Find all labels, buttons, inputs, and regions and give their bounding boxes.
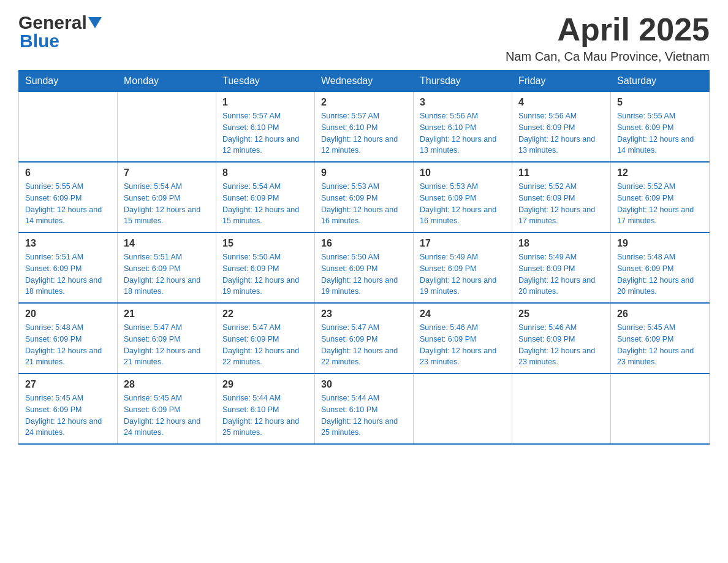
calendar-cell bbox=[611, 373, 710, 444]
page-title: April 2025 bbox=[506, 12, 710, 47]
calendar-cell: 22Sunrise: 5:47 AM Sunset: 6:09 PM Dayli… bbox=[216, 303, 315, 373]
day-number: 24 bbox=[420, 308, 506, 320]
calendar-cell: 26Sunrise: 5:45 AM Sunset: 6:09 PM Dayli… bbox=[611, 303, 710, 373]
day-info: Sunrise: 5:52 AM Sunset: 6:09 PM Dayligh… bbox=[518, 181, 604, 227]
day-number: 29 bbox=[222, 379, 308, 390]
day-info: Sunrise: 5:52 AM Sunset: 6:09 PM Dayligh… bbox=[617, 181, 703, 227]
day-info: Sunrise: 5:57 AM Sunset: 6:10 PM Dayligh… bbox=[222, 110, 308, 156]
calendar-cell: 3Sunrise: 5:56 AM Sunset: 6:10 PM Daylig… bbox=[414, 92, 512, 163]
column-header-wednesday: Wednesday bbox=[315, 71, 414, 92]
calendar-week-row: 6Sunrise: 5:55 AM Sunset: 6:09 PM Daylig… bbox=[19, 162, 710, 232]
day-info: Sunrise: 5:46 AM Sunset: 6:09 PM Dayligh… bbox=[420, 322, 506, 368]
column-header-thursday: Thursday bbox=[414, 71, 512, 92]
day-info: Sunrise: 5:45 AM Sunset: 6:09 PM Dayligh… bbox=[617, 322, 703, 368]
calendar-cell: 11Sunrise: 5:52 AM Sunset: 6:09 PM Dayli… bbox=[512, 162, 611, 232]
day-number: 30 bbox=[321, 379, 407, 390]
day-number: 12 bbox=[617, 167, 703, 178]
calendar-cell: 17Sunrise: 5:49 AM Sunset: 6:09 PM Dayli… bbox=[414, 232, 512, 303]
column-header-tuesday: Tuesday bbox=[216, 71, 315, 92]
calendar-cell: 8Sunrise: 5:54 AM Sunset: 6:09 PM Daylig… bbox=[216, 162, 315, 232]
calendar-cell: 28Sunrise: 5:45 AM Sunset: 6:09 PM Dayli… bbox=[118, 373, 216, 444]
calendar-cell: 13Sunrise: 5:51 AM Sunset: 6:09 PM Dayli… bbox=[19, 232, 118, 303]
calendar-cell: 30Sunrise: 5:44 AM Sunset: 6:10 PM Dayli… bbox=[315, 373, 414, 444]
day-info: Sunrise: 5:45 AM Sunset: 6:09 PM Dayligh… bbox=[124, 393, 210, 439]
day-number: 25 bbox=[518, 308, 604, 320]
column-header-sunday: Sunday bbox=[19, 71, 118, 92]
calendar-cell bbox=[19, 92, 118, 163]
calendar-week-row: 13Sunrise: 5:51 AM Sunset: 6:09 PM Dayli… bbox=[19, 232, 710, 303]
calendar-cell: 9Sunrise: 5:53 AM Sunset: 6:09 PM Daylig… bbox=[315, 162, 414, 232]
logo: General Blue bbox=[18, 12, 102, 52]
column-header-saturday: Saturday bbox=[611, 71, 710, 92]
day-number: 6 bbox=[25, 167, 111, 178]
day-info: Sunrise: 5:44 AM Sunset: 6:10 PM Dayligh… bbox=[321, 393, 407, 439]
day-info: Sunrise: 5:51 AM Sunset: 6:09 PM Dayligh… bbox=[124, 251, 210, 297]
day-info: Sunrise: 5:44 AM Sunset: 6:10 PM Dayligh… bbox=[222, 393, 308, 439]
column-header-friday: Friday bbox=[512, 71, 611, 92]
calendar-cell: 21Sunrise: 5:47 AM Sunset: 6:09 PM Dayli… bbox=[118, 303, 216, 373]
calendar-cell: 6Sunrise: 5:55 AM Sunset: 6:09 PM Daylig… bbox=[19, 162, 118, 232]
day-info: Sunrise: 5:48 AM Sunset: 6:09 PM Dayligh… bbox=[617, 251, 703, 297]
page-header: General Blue April 2025 Nam Can, Ca Mau … bbox=[18, 12, 710, 64]
day-number: 18 bbox=[518, 238, 604, 249]
calendar-week-row: 1Sunrise: 5:57 AM Sunset: 6:10 PM Daylig… bbox=[19, 92, 710, 163]
day-info: Sunrise: 5:56 AM Sunset: 6:10 PM Dayligh… bbox=[420, 110, 506, 156]
calendar-cell: 10Sunrise: 5:53 AM Sunset: 6:09 PM Dayli… bbox=[414, 162, 512, 232]
calendar-cell: 1Sunrise: 5:57 AM Sunset: 6:10 PM Daylig… bbox=[216, 92, 315, 163]
day-number: 17 bbox=[420, 238, 506, 249]
calendar-week-row: 20Sunrise: 5:48 AM Sunset: 6:09 PM Dayli… bbox=[19, 303, 710, 373]
day-number: 16 bbox=[321, 238, 407, 249]
day-info: Sunrise: 5:50 AM Sunset: 6:09 PM Dayligh… bbox=[321, 251, 407, 297]
day-number: 11 bbox=[518, 167, 604, 178]
day-number: 27 bbox=[25, 379, 111, 390]
day-number: 19 bbox=[617, 238, 703, 249]
day-info: Sunrise: 5:53 AM Sunset: 6:09 PM Dayligh… bbox=[321, 181, 407, 227]
calendar-cell bbox=[512, 373, 611, 444]
day-number: 3 bbox=[420, 97, 506, 108]
day-number: 21 bbox=[124, 308, 210, 320]
day-info: Sunrise: 5:53 AM Sunset: 6:09 PM Dayligh… bbox=[420, 181, 506, 227]
day-number: 23 bbox=[321, 308, 407, 320]
day-info: Sunrise: 5:49 AM Sunset: 6:09 PM Dayligh… bbox=[518, 251, 604, 297]
calendar-cell: 20Sunrise: 5:48 AM Sunset: 6:09 PM Dayli… bbox=[19, 303, 118, 373]
calendar-cell: 19Sunrise: 5:48 AM Sunset: 6:09 PM Dayli… bbox=[611, 232, 710, 303]
day-number: 28 bbox=[124, 379, 210, 390]
calendar-cell: 5Sunrise: 5:55 AM Sunset: 6:09 PM Daylig… bbox=[611, 92, 710, 163]
title-block: April 2025 Nam Can, Ca Mau Province, Vie… bbox=[506, 12, 710, 64]
calendar-header-row: SundayMondayTuesdayWednesdayThursdayFrid… bbox=[19, 71, 710, 92]
calendar-cell: 2Sunrise: 5:57 AM Sunset: 6:10 PM Daylig… bbox=[315, 92, 414, 163]
logo-blue-text: Blue bbox=[20, 31, 59, 52]
calendar-cell: 29Sunrise: 5:44 AM Sunset: 6:10 PM Dayli… bbox=[216, 373, 315, 444]
day-info: Sunrise: 5:47 AM Sunset: 6:09 PM Dayligh… bbox=[222, 322, 308, 368]
day-number: 5 bbox=[617, 97, 703, 108]
calendar-cell: 12Sunrise: 5:52 AM Sunset: 6:09 PM Dayli… bbox=[611, 162, 710, 232]
day-number: 20 bbox=[25, 308, 111, 320]
day-info: Sunrise: 5:54 AM Sunset: 6:09 PM Dayligh… bbox=[222, 181, 308, 227]
day-number: 22 bbox=[222, 308, 308, 320]
day-info: Sunrise: 5:54 AM Sunset: 6:09 PM Dayligh… bbox=[124, 181, 210, 227]
day-number: 2 bbox=[321, 97, 407, 108]
calendar-cell: 16Sunrise: 5:50 AM Sunset: 6:09 PM Dayli… bbox=[315, 232, 414, 303]
day-info: Sunrise: 5:49 AM Sunset: 6:09 PM Dayligh… bbox=[420, 251, 506, 297]
day-info: Sunrise: 5:51 AM Sunset: 6:09 PM Dayligh… bbox=[25, 251, 111, 297]
day-number: 9 bbox=[321, 167, 407, 178]
calendar-cell: 24Sunrise: 5:46 AM Sunset: 6:09 PM Dayli… bbox=[414, 303, 512, 373]
day-number: 14 bbox=[124, 238, 210, 249]
day-number: 7 bbox=[124, 167, 210, 178]
day-info: Sunrise: 5:47 AM Sunset: 6:09 PM Dayligh… bbox=[124, 322, 210, 368]
svg-marker-0 bbox=[88, 17, 102, 28]
day-number: 26 bbox=[617, 308, 703, 320]
day-number: 13 bbox=[25, 238, 111, 249]
logo-triangle-icon bbox=[88, 17, 102, 31]
calendar-cell bbox=[414, 373, 512, 444]
logo-general-text: General bbox=[18, 12, 87, 33]
day-number: 8 bbox=[222, 167, 308, 178]
calendar-cell: 7Sunrise: 5:54 AM Sunset: 6:09 PM Daylig… bbox=[118, 162, 216, 232]
calendar-cell: 15Sunrise: 5:50 AM Sunset: 6:09 PM Dayli… bbox=[216, 232, 315, 303]
day-number: 1 bbox=[222, 97, 308, 108]
calendar-cell: 27Sunrise: 5:45 AM Sunset: 6:09 PM Dayli… bbox=[19, 373, 118, 444]
day-info: Sunrise: 5:55 AM Sunset: 6:09 PM Dayligh… bbox=[25, 181, 111, 227]
calendar-cell: 23Sunrise: 5:47 AM Sunset: 6:09 PM Dayli… bbox=[315, 303, 414, 373]
calendar-week-row: 27Sunrise: 5:45 AM Sunset: 6:09 PM Dayli… bbox=[19, 373, 710, 444]
calendar-table: SundayMondayTuesdayWednesdayThursdayFrid… bbox=[18, 70, 710, 445]
